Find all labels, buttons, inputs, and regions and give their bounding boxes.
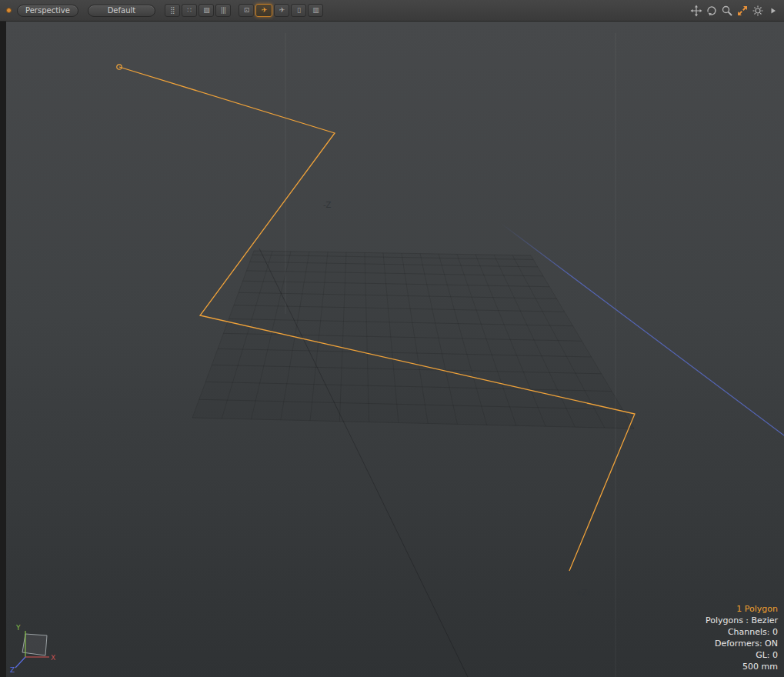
- fit-view-icon[interactable]: [736, 5, 749, 17]
- stat-grid-size: 500 mm: [706, 661, 778, 672]
- viewport-style-buttons: ⣿ ∷ ▨ ||| ⊡ ✈ ✈ ▯ ▥: [165, 4, 325, 17]
- stat-polygon-count: 1 Polygon: [706, 603, 778, 615]
- viewport-active-dot: [6, 8, 12, 13]
- pan-icon[interactable]: [690, 5, 702, 17]
- shading-style-dropdown[interactable]: Default: [88, 5, 155, 17]
- dotted-grid-icon-button[interactable]: ⣿: [165, 4, 180, 17]
- gizmo-x-label: X: [51, 654, 55, 662]
- capsule-icon-button[interactable]: ▯: [291, 4, 306, 17]
- gizmo-z-axis: [15, 657, 25, 668]
- viewport-nav-buttons: [690, 5, 779, 17]
- zoom-icon[interactable]: [721, 5, 733, 17]
- dotted-grid-icon: ⣿: [170, 7, 175, 14]
- orbit-icon[interactable]: [706, 5, 718, 17]
- stat-deformers: Deformers: ON: [706, 638, 778, 649]
- viewport-canvas[interactable]: -Z +Z Y X Z 1 Polygon Polygons : Bezier …: [6, 22, 784, 677]
- viewport-stats: 1 Polygon Polygons : Bezier Channels: 0 …: [706, 603, 778, 672]
- hatch-lines-icon-button[interactable]: |||: [215, 4, 231, 17]
- quad-dots-icon-button[interactable]: ∷: [182, 4, 197, 17]
- gear-icon[interactable]: [752, 5, 764, 17]
- corner-square-icon: ⊡: [244, 7, 249, 14]
- active-shading-icon: ✈: [262, 7, 267, 14]
- ghost-shading-icon: ✈: [279, 7, 285, 14]
- ghost-shading-icon-button[interactable]: ✈: [274, 4, 289, 17]
- stat-gl: GL: 0: [706, 649, 778, 661]
- expand-arrow-icon[interactable]: [767, 5, 779, 17]
- quad-dots-icon: ∷: [188, 7, 192, 14]
- axis-gizmo: Y X Z: [8, 620, 65, 675]
- active-shading-icon-button[interactable]: ✈: [255, 4, 272, 17]
- stat-polygon-type: Polygons : Bezier: [706, 615, 778, 626]
- image-icon: ▨: [203, 7, 209, 14]
- gizmo-y-label: Y: [15, 624, 21, 632]
- workplane-indicator: [22, 634, 47, 655]
- view-type-dropdown[interactable]: Perspective: [17, 5, 78, 17]
- viewport-toolbar: Perspective Default ⣿ ∷ ▨ ||| ⊡ ✈ ✈ ▯ ▥: [0, 0, 784, 22]
- capsule-icon: ▯: [297, 7, 300, 14]
- corner-square-icon-button[interactable]: ⊡: [239, 4, 254, 17]
- columns-icon-button[interactable]: ▥: [308, 4, 323, 17]
- stat-channels: Channels: 0: [706, 626, 778, 638]
- gizmo-z-label: Z: [10, 666, 15, 674]
- image-icon-button[interactable]: ▨: [199, 4, 214, 17]
- columns-icon: ▥: [312, 7, 319, 14]
- scene-3d[interactable]: [6, 22, 784, 677]
- modo-3d-viewport-window: Perspective Default ⣿ ∷ ▨ ||| ⊡ ✈ ✈ ▯ ▥: [0, 0, 784, 677]
- hatch-lines-icon: |||: [221, 7, 225, 14]
